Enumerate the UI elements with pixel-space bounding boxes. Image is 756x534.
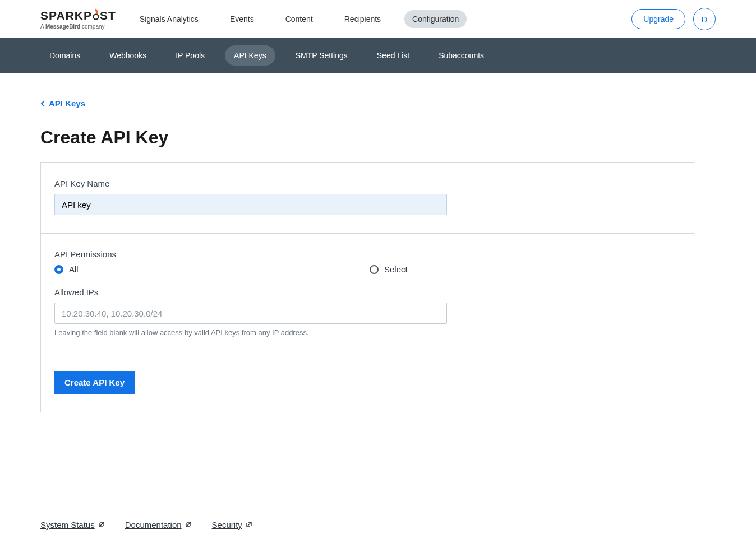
sub-nav: Domains Webhooks IP Pools API Keys SMTP … xyxy=(0,38,756,73)
subnav-domains[interactable]: Domains xyxy=(40,45,89,66)
radio-option-select[interactable]: Select xyxy=(370,264,680,274)
subnav-subaccounts[interactable]: Subaccounts xyxy=(430,45,493,66)
subnav-api-keys[interactable]: API Keys xyxy=(225,45,275,66)
nav-recipients[interactable]: Recipients xyxy=(336,10,389,28)
breadcrumb[interactable]: API Keys xyxy=(40,99,85,108)
allowed-ips-help: Leaving the field blank will allow acces… xyxy=(54,328,680,337)
upgrade-button[interactable]: Upgrade xyxy=(631,9,685,29)
nav-events[interactable]: Events xyxy=(222,10,262,28)
radio-option-all[interactable]: All xyxy=(54,264,365,274)
permissions-radio-group: All Select xyxy=(54,264,680,274)
allowed-ips-input[interactable] xyxy=(54,303,447,324)
svg-point-0 xyxy=(93,15,98,20)
radio-icon xyxy=(54,265,63,274)
subnav-webhooks[interactable]: Webhooks xyxy=(100,45,155,66)
logo-wordmark: SPARKP ST xyxy=(40,8,116,22)
api-key-name-label: API Key Name xyxy=(54,179,680,188)
nav-configuration[interactable]: Configuration xyxy=(404,10,467,28)
radio-icon xyxy=(370,265,379,274)
section-submit: Create API Key xyxy=(41,355,694,412)
section-permissions-ips: API Permissions All Select Allowed IPs L… xyxy=(41,234,694,355)
logo[interactable]: SPARKP ST A MessageBird company xyxy=(40,8,116,30)
section-api-key-name: API Key Name xyxy=(41,163,694,234)
api-key-name-input[interactable] xyxy=(54,194,447,215)
allowed-ips-label: Allowed IPs xyxy=(54,287,680,297)
main-nav: Signals Analytics Events Content Recipie… xyxy=(132,10,467,28)
create-api-key-button[interactable]: Create API Key xyxy=(54,371,135,394)
form-panel: API Key Name API Permissions All Select … xyxy=(40,162,694,412)
api-permissions-label: API Permissions xyxy=(54,249,680,259)
subnav-seed-list[interactable]: Seed List xyxy=(368,45,418,66)
nav-content[interactable]: Content xyxy=(278,10,321,28)
page-title: Create API Key xyxy=(40,127,694,148)
avatar[interactable]: D xyxy=(693,8,716,30)
logo-tagline: A MessageBird company xyxy=(40,24,116,30)
main-content: API Keys Create API Key API Key Name API… xyxy=(0,73,735,446)
radio-label: All xyxy=(69,264,79,274)
flame-icon xyxy=(93,8,99,22)
nav-signals-analytics[interactable]: Signals Analytics xyxy=(132,10,206,28)
top-header: SPARKP ST A MessageBird company Signals … xyxy=(0,0,756,38)
chevron-left-icon xyxy=(40,100,45,107)
subnav-smtp-settings[interactable]: SMTP Settings xyxy=(287,45,357,66)
radio-label: Select xyxy=(384,264,408,274)
breadcrumb-label: API Keys xyxy=(49,99,85,108)
subnav-ip-pools[interactable]: IP Pools xyxy=(167,45,214,66)
